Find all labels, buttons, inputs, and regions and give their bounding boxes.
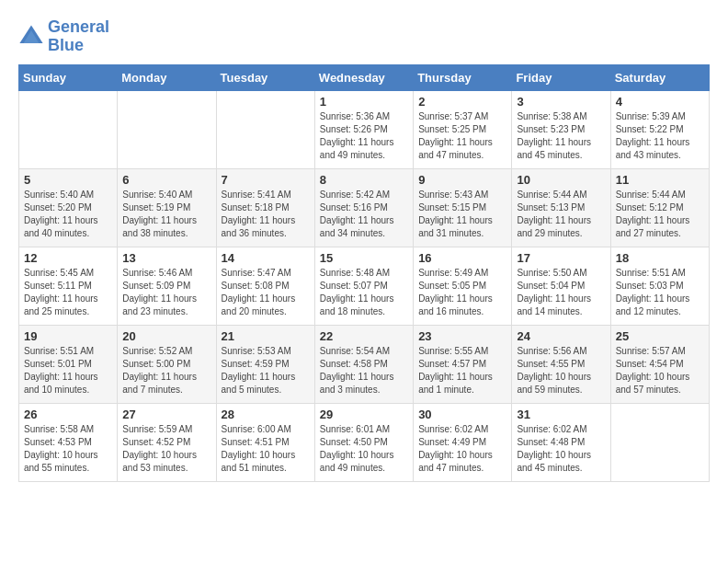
day-number: 28 (222, 408, 310, 421)
day-number: 20 (122, 329, 210, 343)
day-number: 26 (24, 408, 112, 421)
day-number: 15 (320, 251, 408, 265)
day-number: 25 (616, 329, 704, 343)
weekday-header-tuesday: Tuesday (216, 64, 314, 90)
day-number: 11 (616, 173, 704, 187)
weekday-header-monday: Monday (118, 64, 216, 90)
day-info: Sunrise: 5:41 AMSunset: 5:18 PMDaylight:… (222, 189, 310, 240)
day-number: 3 (517, 95, 605, 109)
day-info: Sunrise: 5:40 AMSunset: 5:20 PMDaylight:… (24, 189, 112, 240)
calendar-cell: 25Sunrise: 5:57 AMSunset: 4:54 PMDayligh… (610, 325, 709, 403)
day-number: 16 (418, 251, 506, 265)
weekday-header-wednesday: Wednesday (314, 64, 413, 90)
day-info: Sunrise: 5:59 AMSunset: 4:52 PMDaylight:… (122, 423, 210, 475)
day-number: 8 (320, 173, 408, 187)
weekday-header-friday: Friday (512, 64, 610, 90)
day-info: Sunrise: 5:37 AMSunset: 5:25 PMDaylight:… (418, 110, 506, 162)
day-info: Sunrise: 5:51 AMSunset: 5:03 PMDaylight:… (616, 267, 704, 318)
calendar-cell: 30Sunrise: 6:02 AMSunset: 4:49 PMDayligh… (414, 403, 512, 481)
calendar-cell: 3Sunrise: 5:38 AMSunset: 5:23 PMDaylight… (512, 90, 610, 168)
calendar-cell: 11Sunrise: 5:44 AMSunset: 5:12 PMDayligh… (610, 168, 709, 247)
calendar-table: SundayMondayTuesdayWednesdayThursdayFrid… (18, 64, 710, 482)
day-number: 10 (517, 173, 605, 187)
calendar-cell: 18Sunrise: 5:51 AMSunset: 5:03 PMDayligh… (610, 247, 709, 325)
calendar-body: 1Sunrise: 5:36 AMSunset: 5:26 PMDaylight… (19, 90, 710, 481)
calendar-cell: 17Sunrise: 5:50 AMSunset: 5:04 PMDayligh… (512, 247, 610, 325)
day-number: 7 (222, 173, 310, 187)
day-info: Sunrise: 5:46 AMSunset: 5:09 PMDaylight:… (122, 267, 210, 318)
calendar-cell: 1Sunrise: 5:36 AMSunset: 5:26 PMDaylight… (314, 90, 413, 168)
day-number: 30 (418, 408, 506, 421)
calendar-week-5: 26Sunrise: 5:58 AMSunset: 4:53 PMDayligh… (19, 403, 710, 481)
calendar-cell (610, 403, 709, 481)
day-info: Sunrise: 5:52 AMSunset: 5:00 PMDaylight:… (122, 345, 210, 396)
logo-general: General (48, 17, 109, 36)
day-number: 2 (418, 95, 506, 109)
day-info: Sunrise: 5:51 AMSunset: 5:01 PMDaylight:… (24, 345, 112, 396)
day-number: 23 (418, 329, 506, 343)
calendar-week-2: 5Sunrise: 5:40 AMSunset: 5:20 PMDaylight… (19, 168, 710, 247)
day-info: Sunrise: 5:53 AMSunset: 4:59 PMDaylight:… (222, 345, 310, 396)
calendar-week-4: 19Sunrise: 5:51 AMSunset: 5:01 PMDayligh… (19, 325, 710, 403)
calendar-cell: 14Sunrise: 5:47 AMSunset: 5:08 PMDayligh… (216, 247, 314, 325)
day-number: 12 (24, 251, 112, 265)
logo: General Blue (18, 18, 109, 55)
calendar-cell: 7Sunrise: 5:41 AMSunset: 5:18 PMDaylight… (216, 168, 314, 247)
calendar-cell: 31Sunrise: 6:02 AMSunset: 4:48 PMDayligh… (512, 403, 610, 481)
calendar-cell: 15Sunrise: 5:48 AMSunset: 5:07 PMDayligh… (314, 247, 413, 325)
calendar-cell (118, 90, 216, 168)
day-number: 31 (517, 408, 605, 421)
calendar-cell: 12Sunrise: 5:45 AMSunset: 5:11 PMDayligh… (19, 247, 118, 325)
calendar-cell: 29Sunrise: 6:01 AMSunset: 4:50 PMDayligh… (314, 403, 413, 481)
day-number: 9 (418, 173, 506, 187)
day-number: 29 (320, 408, 408, 421)
calendar-cell (19, 90, 118, 168)
day-info: Sunrise: 6:02 AMSunset: 4:48 PMDaylight:… (517, 423, 605, 475)
day-info: Sunrise: 6:01 AMSunset: 4:50 PMDaylight:… (320, 423, 408, 475)
calendar-cell: 20Sunrise: 5:52 AMSunset: 5:00 PMDayligh… (118, 325, 216, 403)
day-info: Sunrise: 5:39 AMSunset: 5:22 PMDaylight:… (616, 110, 704, 162)
day-number: 27 (122, 408, 210, 421)
calendar-cell: 10Sunrise: 5:44 AMSunset: 5:13 PMDayligh… (512, 168, 610, 247)
calendar-cell: 28Sunrise: 6:00 AMSunset: 4:51 PMDayligh… (216, 403, 314, 481)
day-number: 1 (320, 95, 408, 109)
day-number: 19 (24, 329, 112, 343)
day-number: 22 (320, 329, 408, 343)
calendar-cell (216, 90, 314, 168)
calendar-week-3: 12Sunrise: 5:45 AMSunset: 5:11 PMDayligh… (19, 247, 710, 325)
calendar-cell: 13Sunrise: 5:46 AMSunset: 5:09 PMDayligh… (118, 247, 216, 325)
calendar-cell: 19Sunrise: 5:51 AMSunset: 5:01 PMDayligh… (19, 325, 118, 403)
day-number: 18 (616, 251, 704, 265)
day-info: Sunrise: 5:43 AMSunset: 5:15 PMDaylight:… (418, 189, 506, 240)
day-number: 5 (24, 173, 112, 187)
logo-icon (18, 24, 44, 50)
day-info: Sunrise: 5:57 AMSunset: 4:54 PMDaylight:… (616, 345, 704, 396)
day-info: Sunrise: 5:45 AMSunset: 5:11 PMDaylight:… (24, 267, 112, 318)
day-number: 17 (517, 251, 605, 265)
day-info: Sunrise: 5:56 AMSunset: 4:55 PMDaylight:… (517, 345, 605, 396)
calendar-week-1: 1Sunrise: 5:36 AMSunset: 5:26 PMDaylight… (19, 90, 710, 168)
calendar-cell: 6Sunrise: 5:40 AMSunset: 5:19 PMDaylight… (118, 168, 216, 247)
weekday-header-sunday: Sunday (19, 64, 118, 90)
day-info: Sunrise: 5:48 AMSunset: 5:07 PMDaylight:… (320, 267, 408, 318)
day-info: Sunrise: 5:58 AMSunset: 4:53 PMDaylight:… (24, 423, 112, 475)
day-info: Sunrise: 5:40 AMSunset: 5:19 PMDaylight:… (122, 189, 210, 240)
day-number: 6 (122, 173, 210, 187)
day-number: 13 (122, 251, 210, 265)
day-info: Sunrise: 5:55 AMSunset: 4:57 PMDaylight:… (418, 345, 506, 396)
calendar-cell: 4Sunrise: 5:39 AMSunset: 5:22 PMDaylight… (610, 90, 709, 168)
calendar-cell: 9Sunrise: 5:43 AMSunset: 5:15 PMDaylight… (414, 168, 512, 247)
day-info: Sunrise: 5:38 AMSunset: 5:23 PMDaylight:… (517, 110, 605, 162)
day-info: Sunrise: 5:36 AMSunset: 5:26 PMDaylight:… (320, 110, 408, 162)
calendar-header: SundayMondayTuesdayWednesdayThursdayFrid… (19, 64, 710, 90)
calendar-cell: 27Sunrise: 5:59 AMSunset: 4:52 PMDayligh… (118, 403, 216, 481)
weekday-header-thursday: Thursday (414, 64, 512, 90)
calendar-cell: 26Sunrise: 5:58 AMSunset: 4:53 PMDayligh… (19, 403, 118, 481)
calendar-cell: 23Sunrise: 5:55 AMSunset: 4:57 PMDayligh… (414, 325, 512, 403)
day-info: Sunrise: 5:47 AMSunset: 5:08 PMDaylight:… (222, 267, 310, 318)
calendar-cell: 2Sunrise: 5:37 AMSunset: 5:25 PMDaylight… (414, 90, 512, 168)
day-info: Sunrise: 5:44 AMSunset: 5:13 PMDaylight:… (517, 189, 605, 240)
day-info: Sunrise: 5:49 AMSunset: 5:05 PMDaylight:… (418, 267, 506, 318)
logo-text: General Blue (48, 18, 109, 55)
page-header: General Blue (18, 18, 710, 55)
